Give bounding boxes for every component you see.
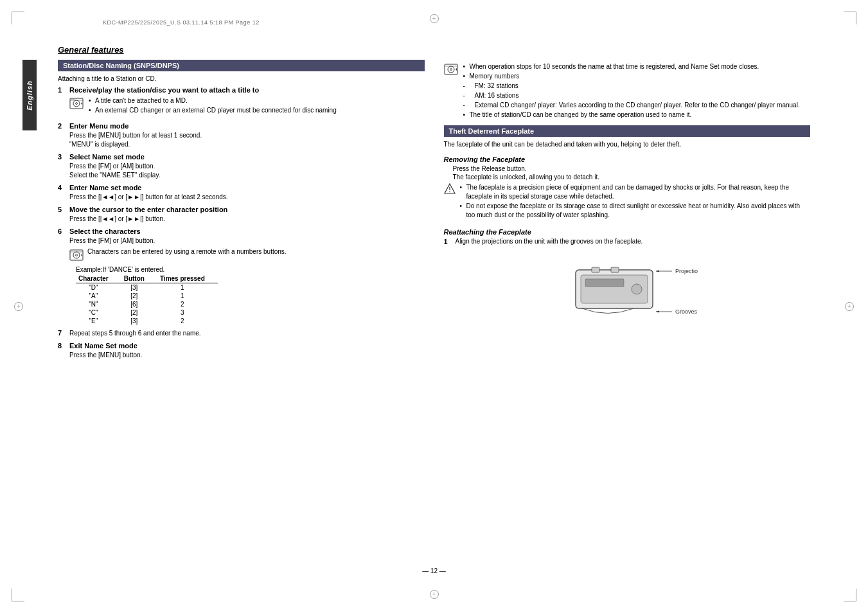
step-4-content: Enter Name set mode Press the [|◄◄] or [… bbox=[69, 184, 425, 202]
reg-mark-bottom bbox=[430, 590, 439, 599]
station-naming-intro: Attaching a title to a Station or CD. bbox=[58, 75, 425, 82]
step-2-content: Enter Menu mode Press the [MENU] button … bbox=[69, 122, 425, 149]
step-1: 1 Receive/play the station/disc you want… bbox=[58, 86, 425, 118]
cd-changer-icon-2 bbox=[69, 248, 84, 262]
btn-c: [2] bbox=[121, 308, 157, 317]
step-3-title: Select Name set mode bbox=[69, 153, 425, 161]
reattach-step-1-content: Align the projections on the unit with t… bbox=[456, 238, 811, 245]
crop-mark-br bbox=[844, 589, 856, 601]
warning-box: The faceplate is a precision piece of eq… bbox=[444, 183, 811, 220]
svg-point-10 bbox=[450, 69, 452, 71]
warning-triangle-icon bbox=[444, 183, 456, 195]
svg-rect-19 bbox=[592, 267, 599, 272]
top-note-1: When operation stops for 10 seconds the … bbox=[462, 62, 800, 71]
top-note-cd: External CD changer/ player: Varies acco… bbox=[462, 101, 800, 110]
svg-point-2 bbox=[76, 103, 78, 105]
svg-point-9 bbox=[448, 66, 454, 73]
svg-rect-20 bbox=[611, 267, 619, 272]
top-notes-section: When operation stops for 10 seconds the … bbox=[444, 62, 811, 120]
example-label: Example:If 'DANCE' is entered. bbox=[76, 266, 425, 273]
table-row: "D" [3] 1 bbox=[76, 283, 218, 292]
table-row: "C" [2] 3 bbox=[76, 308, 218, 317]
removing-faceplate-title: Removing the Faceplate bbox=[444, 155, 811, 163]
reattach-step-1-num: 1 bbox=[444, 238, 452, 245]
step-2-body: Press the [MENU] button for at least 1 s… bbox=[69, 131, 425, 149]
page-container: KDC-MP225/225/2025_U.S 03.11.14 5:18 PM … bbox=[0, 0, 868, 613]
step-6-num: 6 bbox=[58, 227, 66, 325]
faceplate-diagram: Projections Grooves bbox=[556, 251, 698, 328]
step-7-num: 7 bbox=[58, 329, 66, 338]
svg-rect-17 bbox=[585, 279, 624, 287]
top-note-fm: FM: 32 stations bbox=[462, 82, 800, 91]
step-8-body: Press the [MENU] button. bbox=[69, 351, 425, 360]
step-8-content: Exit Name Set mode Press the [MENU] butt… bbox=[69, 342, 425, 360]
warning-2: Do not expose the faceplate or its stora… bbox=[459, 202, 811, 220]
crop-mark-tr bbox=[844, 12, 856, 24]
step-1-bullet-2: An external CD changer or an external CD… bbox=[87, 106, 337, 115]
step-3: 3 Select Name set mode Press the [FM] or… bbox=[58, 153, 425, 180]
step-2: 2 Enter Menu mode Press the [MENU] butto… bbox=[58, 122, 425, 149]
file-header: KDC-MP225/225/2025_U.S 03.11.14 5:18 PM … bbox=[103, 19, 260, 26]
step-6-note-text: Characters can be entered by using a rem… bbox=[87, 248, 287, 262]
step-2-title: Enter Menu mode bbox=[69, 122, 425, 130]
step-2-num: 2 bbox=[58, 122, 66, 149]
station-disc-naming-header: Station/Disc Naming (SNPS/DNPS) bbox=[58, 60, 425, 71]
step-7-body: Repeat steps 5 through 6 and enter the n… bbox=[69, 329, 425, 338]
times-a: 1 bbox=[157, 292, 218, 300]
general-features-title: General features bbox=[58, 45, 810, 55]
removing-body: Press the Release button. bbox=[453, 165, 811, 172]
step-5-title: Move the cursor to the enter character p… bbox=[69, 206, 425, 213]
svg-text:Grooves: Grooves bbox=[675, 308, 698, 315]
step-1-bullets: A title can't be attached to a MD. An ex… bbox=[87, 96, 337, 116]
step-6-content: Select the characters Press the [FM] or … bbox=[69, 227, 425, 325]
table-row: "N" [6] 2 bbox=[76, 300, 218, 308]
step-1-title: Receive/play the station/disc you want t… bbox=[69, 86, 425, 94]
removing-body2: The faceplate is unlocked, allowing you … bbox=[453, 173, 811, 181]
step-6-title: Select the characters bbox=[69, 227, 425, 235]
char-e: "E" bbox=[76, 317, 121, 325]
crop-mark-bl bbox=[12, 589, 24, 601]
step-5-content: Move the cursor to the enter character p… bbox=[69, 206, 425, 224]
top-notes-list: When operation stops for 10 seconds the … bbox=[462, 62, 800, 120]
cd-changer-icon-3 bbox=[444, 62, 458, 76]
theft-intro: The faceplate of the unit can be detache… bbox=[444, 141, 811, 148]
two-col-layout: English Station/Disc Naming (SNPS/DNPS) … bbox=[58, 60, 810, 561]
step-7-content: Repeat steps 5 through 6 and enter the n… bbox=[69, 329, 425, 338]
btn-d: [3] bbox=[121, 283, 157, 292]
warning-1: The faceplate is a precision piece of eq… bbox=[459, 183, 811, 201]
step-1-bullet-1: A title can't be attached to a MD. bbox=[87, 96, 337, 105]
svg-point-5 bbox=[73, 252, 80, 258]
page-number: — 12 — bbox=[58, 567, 810, 574]
btn-a: [2] bbox=[121, 292, 157, 300]
char-c: "C" bbox=[76, 308, 121, 317]
reattaching-faceplate-title: Reattaching the Faceplate bbox=[444, 228, 811, 236]
step-4-num: 4 bbox=[58, 184, 66, 202]
times-c: 3 bbox=[157, 308, 218, 317]
reg-mark-left bbox=[14, 302, 23, 311]
char-a: "A" bbox=[76, 292, 121, 300]
example-table: Example:If 'DANCE' is entered. Character… bbox=[76, 266, 425, 325]
svg-point-6 bbox=[76, 254, 78, 256]
reattach-step-1: 1 Align the projections on the unit with… bbox=[444, 238, 811, 245]
table-row: "A" [2] 1 bbox=[76, 292, 218, 300]
step-6-body: Press the [FM] or [AM] button. bbox=[69, 236, 425, 245]
step-6: 6 Select the characters Press the [FM] o… bbox=[58, 227, 425, 325]
step-4: 4 Enter Name set mode Press the [|◄◄] or… bbox=[58, 184, 425, 202]
left-column: English Station/Disc Naming (SNPS/DNPS) … bbox=[58, 60, 425, 561]
right-column: When operation stops for 10 seconds the … bbox=[444, 60, 811, 561]
character-table: Character Button Times pressed "D" [3] bbox=[76, 274, 218, 325]
reg-mark-right bbox=[845, 302, 854, 311]
step-6-note: Characters can be entered by using a rem… bbox=[69, 248, 425, 262]
btn-n: [6] bbox=[121, 300, 157, 308]
svg-text:Projections: Projections bbox=[675, 268, 698, 274]
step-1-num: 1 bbox=[58, 86, 66, 118]
step-5: 5 Move the cursor to the enter character… bbox=[58, 206, 425, 224]
step-5-num: 5 bbox=[58, 206, 66, 224]
step-3-content: Select Name set mode Press the [FM] or [… bbox=[69, 153, 425, 180]
crop-mark-tl bbox=[12, 12, 24, 24]
char-n: "N" bbox=[76, 300, 121, 308]
step-8-title: Exit Name Set mode bbox=[69, 342, 425, 350]
theft-deterrent-header: Theft Deterrent Faceplate bbox=[444, 125, 811, 137]
main-content: General features English Station/Disc Na… bbox=[58, 45, 810, 574]
top-note-memory: Memory numbers bbox=[462, 72, 800, 81]
